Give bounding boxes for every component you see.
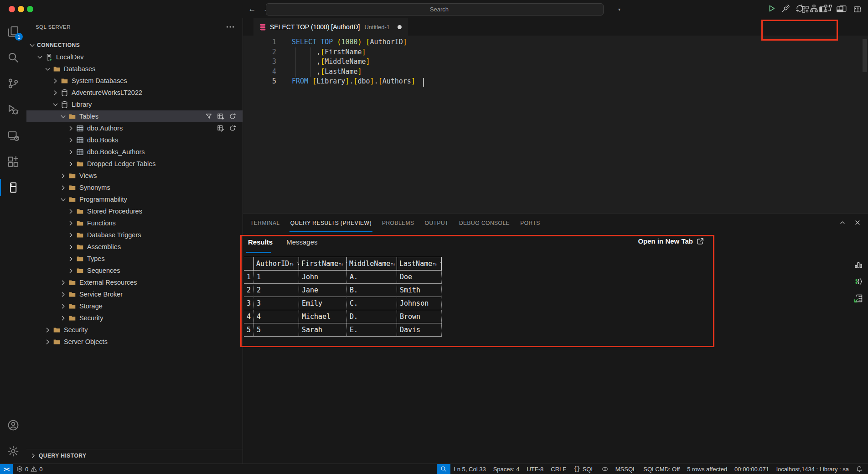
code-line-4[interactable]: 4 ,[LastName] <box>243 67 868 77</box>
tree-item-dbo-books-authors[interactable]: dbo.Books_Authors <box>26 146 243 158</box>
tree-item-system-databases[interactable]: System Databases <box>26 75 243 87</box>
code-line-1[interactable]: 1SELECT TOP (1000) [AuthorID] <box>243 37 868 47</box>
grid-column-header-authorid[interactable]: AuthorID↑↓ <box>254 257 299 271</box>
sort-icon[interactable]: ↑↓ <box>289 261 294 267</box>
filter-icon[interactable] <box>439 261 442 267</box>
tree-item-types[interactable]: Types <box>26 253 243 265</box>
tree-item-synonyms[interactable]: Synonyms <box>26 182 243 193</box>
tree-item-tables[interactable]: Tables <box>26 110 243 122</box>
tree-item-storage[interactable]: Storage <box>26 300 243 312</box>
tree-item-dbo-books[interactable]: dbo.Books <box>26 134 243 146</box>
tree-item-assemblies[interactable]: Assemblies <box>26 241 243 253</box>
activity-bar-item-extensions[interactable] <box>0 148 26 174</box>
filter-button[interactable] <box>205 113 212 120</box>
macos-zoom-button[interactable] <box>27 6 33 12</box>
panel-tab-query-results-preview-[interactable]: QUERY RESULTS (PREVIEW) <box>289 215 372 232</box>
panel-tab-problems[interactable]: PROBLEMS <box>381 215 415 232</box>
activity-bar-item-manage-settings[interactable] <box>0 438 26 464</box>
grid-cell[interactable]: John <box>299 271 347 284</box>
code-line-5[interactable]: 5FROM [Library].[dbo].[Authors] <box>243 77 868 87</box>
activity-bar-item-source-control[interactable] <box>0 70 26 96</box>
new-table-button[interactable] <box>217 113 224 120</box>
grid-cell[interactable]: Johnson <box>397 297 442 310</box>
query-history-section[interactable]: QUERY HISTORY <box>26 449 243 462</box>
status-item-search-marker[interactable] <box>437 464 450 474</box>
code-editor[interactable]: 1SELECT TOP (1000) [AuthorID]2 ,[FirstNa… <box>243 37 868 87</box>
sort-icon[interactable]: ↑↓ <box>390 261 395 267</box>
close-panel-button[interactable] <box>852 218 862 227</box>
grid-cell[interactable]: 4 <box>254 310 299 323</box>
tree-item-security[interactable]: Security <box>26 324 243 336</box>
search-input[interactable]: Search <box>266 3 604 16</box>
grid-cell[interactable]: B. <box>347 284 397 297</box>
save-as-excel-button[interactable] <box>853 293 864 304</box>
status-item-notifications-bell[interactable] <box>852 464 866 474</box>
code-line-2[interactable]: 2 ,[FirstName] <box>243 47 868 57</box>
grid-cell[interactable]: Jane <box>299 284 347 297</box>
status-item-indentation[interactable]: Spaces: 4 <box>490 464 523 474</box>
status-item-encoding[interactable]: UTF-8 <box>523 464 547 474</box>
estimated-plan-button[interactable] <box>809 4 819 13</box>
split-editor-button[interactable] <box>838 4 847 13</box>
sort-icon[interactable]: ↑↓ <box>338 261 343 267</box>
tree-item-external-resources[interactable]: External Resources <box>26 276 243 288</box>
status-item-copilot-status[interactable] <box>598 464 612 474</box>
grid-cell[interactable]: Davis <box>397 323 442 337</box>
grid-column-header-middlename[interactable]: MiddleName↑↓ <box>347 257 397 271</box>
modified-dot-icon[interactable] <box>398 25 402 29</box>
grid-cell[interactable]: 5 <box>254 323 299 337</box>
code-line-3[interactable]: 3 ,[MiddleName] <box>243 57 868 67</box>
panel-tab-ports[interactable]: PORTS <box>519 215 541 232</box>
grid-cell[interactable]: D. <box>347 310 397 323</box>
grid-cell[interactable]: E. <box>347 323 397 337</box>
tree-item-security[interactable]: Security <box>26 312 243 324</box>
tree-item-database-triggers[interactable]: Database Triggers <box>26 229 243 241</box>
copilot-menu-button[interactable]: ▾ <box>608 4 620 15</box>
activity-bar-item-explorer[interactable]: 1 <box>0 18 26 44</box>
activity-bar-item-sql-server[interactable] <box>0 174 26 200</box>
tree-item-databases[interactable]: Databases <box>26 63 243 75</box>
grid-cell[interactable]: Michael <box>299 310 347 323</box>
panel-tab-output[interactable]: OUTPUT <box>424 215 450 232</box>
collapse-panel-button[interactable] <box>837 218 847 227</box>
grid-cell[interactable]: Smith <box>397 284 442 297</box>
status-item-sqlcmd-mode[interactable]: SQLCMD: Off <box>640 464 683 474</box>
status-item-remote-indicator[interactable]: >< <box>0 464 13 474</box>
tree-item-functions[interactable]: Functions <box>26 217 243 229</box>
sidebar-more-actions-button[interactable] <box>225 22 235 32</box>
save-as-json-button[interactable] <box>853 276 864 287</box>
status-item-rows-affected[interactable]: 5 rows affected <box>683 464 731 474</box>
status-item-language-mode[interactable]: {}SQL <box>570 464 598 474</box>
change-connection-button[interactable] <box>795 4 805 13</box>
actual-plan-button[interactable] <box>823 4 833 13</box>
grid-cell[interactable]: 2 <box>254 284 299 297</box>
status-item-cursor-position[interactable]: Ln 5, Col 33 <box>450 464 490 474</box>
macos-minimize-button[interactable] <box>18 6 24 12</box>
tree-item-stored-procedures[interactable]: Stored Procedures <box>26 205 243 217</box>
macos-close-button[interactable] <box>9 6 15 12</box>
grid-cell[interactable]: Emily <box>299 297 347 310</box>
editor-tab[interactable]: SELECT TOP (1000) [AuthorID] Untitled-1 <box>253 18 408 36</box>
run-query-button[interactable] <box>767 4 776 13</box>
show-chart-button[interactable] <box>853 259 864 270</box>
results-tab-messages[interactable]: Messages <box>284 236 319 248</box>
grid-row-5[interactable]: 55SarahE.Davis <box>244 323 442 337</box>
status-item-connection-info[interactable]: localhost,1434 : Library : sa <box>773 464 852 474</box>
grid-cell[interactable]: Brown <box>397 310 442 323</box>
nav-back-button[interactable]: ← <box>247 4 258 15</box>
status-item-end-of-line[interactable]: CRLF <box>547 464 570 474</box>
status-item-query-elapsed-time[interactable]: 00:00:00.071 <box>731 464 773 474</box>
tree-item-localdev[interactable]: LocalDev <box>26 51 243 63</box>
panel-tab-debug-console[interactable]: DEBUG CONSOLE <box>458 215 511 232</box>
grid-column-header-firstname[interactable]: FirstName↑↓ <box>299 257 347 271</box>
activity-bar-item-run-and-debug[interactable] <box>0 96 26 122</box>
tree-item-dropped-ledger-tables[interactable]: Dropped Ledger Tables <box>26 158 243 170</box>
grid-cell[interactable]: 3 <box>254 297 299 310</box>
tree-item-sequences[interactable]: Sequences <box>26 265 243 276</box>
tree-section-connections[interactable]: CONNECTIONS <box>26 39 243 51</box>
activity-bar-item-remote-explorer[interactable] <box>0 122 26 148</box>
status-item-connection-provider[interactable]: MSSQL <box>612 464 640 474</box>
grid-cell[interactable]: C. <box>347 297 397 310</box>
tree-item-views[interactable]: Views <box>26 170 243 182</box>
editor-scrollbar[interactable] <box>863 39 867 72</box>
